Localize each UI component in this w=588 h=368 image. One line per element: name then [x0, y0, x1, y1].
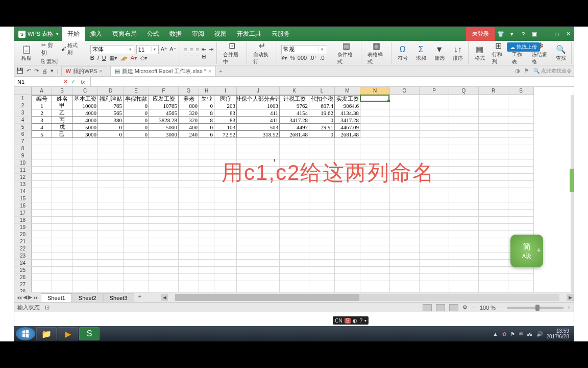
cell[interactable]	[199, 152, 214, 159]
minimize-icon[interactable]: —	[540, 27, 551, 41]
cell[interactable]: 697.4	[309, 102, 335, 109]
cell[interactable]	[149, 210, 179, 217]
cell[interactable]	[508, 267, 534, 274]
cell[interactable]: 9762	[280, 102, 309, 109]
cell[interactable]	[52, 217, 72, 224]
cell[interactable]	[32, 274, 52, 281]
col-header-K[interactable]: K	[280, 87, 309, 95]
cell[interactable]	[420, 131, 449, 138]
row-header-13[interactable]: 13	[14, 181, 32, 188]
cell[interactable]	[98, 274, 124, 281]
cell[interactable]: 丙	[52, 117, 72, 124]
qat-save-icon[interactable]: 💾	[16, 67, 23, 74]
cell[interactable]	[508, 202, 534, 210]
cell[interactable]	[390, 224, 420, 231]
cell[interactable]	[52, 274, 72, 281]
cell[interactable]	[32, 267, 52, 274]
close-tab-icon[interactable]: ×	[208, 68, 211, 74]
name-box[interactable]: N1	[14, 77, 60, 86]
cell[interactable]: 5	[32, 131, 52, 138]
hscroll-right-icon[interactable]: ▶	[567, 294, 574, 301]
cell[interactable]: 411	[237, 117, 280, 124]
merge-split-icon[interactable]: ⊞	[202, 53, 206, 60]
taskbar-explorer[interactable]: 📁	[36, 327, 57, 340]
cell[interactable]	[72, 245, 98, 252]
cell[interactable]	[360, 252, 390, 260]
view-break-icon[interactable]	[449, 304, 458, 311]
cell[interactable]	[360, 288, 390, 292]
cell[interactable]: 19.62	[309, 109, 335, 117]
row-header-20[interactable]: 20	[14, 231, 32, 238]
cell[interactable]	[179, 288, 199, 292]
cell[interactable]	[32, 202, 52, 210]
cell[interactable]	[420, 210, 449, 217]
row-header-23[interactable]: 23	[14, 252, 32, 260]
row-header-18[interactable]: 18	[14, 217, 32, 224]
cell[interactable]	[280, 195, 309, 202]
cell[interactable]	[179, 145, 199, 152]
cell[interactable]	[508, 167, 534, 174]
cell[interactable]	[420, 109, 449, 117]
cell[interactable]: 2	[32, 109, 52, 117]
cell[interactable]	[508, 95, 534, 102]
cell[interactable]	[32, 288, 52, 292]
cell[interactable]	[52, 174, 72, 181]
cell[interactable]	[199, 167, 214, 174]
tray-up-icon[interactable]: ▲	[493, 331, 498, 337]
cell[interactable]	[237, 138, 280, 145]
cell[interactable]	[335, 274, 360, 281]
cell[interactable]	[124, 252, 149, 260]
cell[interactable]	[390, 95, 420, 102]
cell[interactable]	[72, 202, 98, 210]
cell[interactable]	[280, 210, 309, 217]
cell[interactable]	[237, 245, 280, 252]
cell[interactable]	[149, 267, 179, 274]
upload-pill[interactable]: ☁拖拽上传	[507, 42, 540, 52]
cell[interactable]	[179, 224, 199, 231]
cell[interactable]	[32, 245, 52, 252]
cell[interactable]	[32, 181, 52, 188]
cell[interactable]	[335, 245, 360, 252]
cell[interactable]: 318.52	[237, 131, 280, 138]
cell[interactable]: 5000	[72, 124, 98, 131]
cell[interactable]	[237, 274, 280, 281]
cell[interactable]	[52, 195, 72, 202]
font-name-input[interactable]: ▾	[90, 45, 134, 54]
row-header-15[interactable]: 15	[14, 195, 32, 202]
cell[interactable]	[335, 288, 360, 292]
cell[interactable]: 事假扣款	[124, 95, 149, 102]
cell[interactable]	[179, 231, 199, 238]
cell[interactable]	[149, 188, 179, 195]
col-header-H[interactable]: H	[199, 87, 214, 95]
cell[interactable]	[335, 267, 360, 274]
cell[interactable]	[479, 231, 508, 238]
cell[interactable]	[479, 217, 508, 224]
cell[interactable]	[149, 252, 179, 260]
cell[interactable]: 83	[214, 117, 237, 124]
tray-msg-icon[interactable]: ✉	[519, 331, 523, 337]
sum-button[interactable]: Σ求和	[414, 43, 428, 63]
cell[interactable]	[335, 238, 360, 245]
cell[interactable]	[149, 231, 179, 238]
taskbar-clock[interactable]: 13:59 2017/6/28	[547, 328, 570, 339]
cell[interactable]	[309, 274, 335, 281]
cell[interactable]	[390, 274, 420, 281]
paste-button[interactable]: 📋粘贴	[19, 43, 34, 63]
cell[interactable]	[149, 159, 179, 167]
cell[interactable]	[149, 245, 179, 252]
row-header-3[interactable]: 3	[14, 109, 32, 117]
cell[interactable]	[390, 117, 420, 124]
cell[interactable]	[124, 238, 149, 245]
col-header-C[interactable]: C	[72, 87, 98, 95]
menutab-审阅[interactable]: 审阅	[187, 27, 209, 41]
row-header-24[interactable]: 24	[14, 260, 32, 267]
cell[interactable]	[149, 238, 179, 245]
cell[interactable]	[309, 217, 335, 224]
cell[interactable]	[179, 167, 199, 174]
cell[interactable]	[199, 145, 214, 152]
cell[interactable]	[199, 245, 214, 252]
cell[interactable]	[72, 174, 98, 181]
maximize-icon[interactable]: □	[551, 27, 562, 41]
row-header-14[interactable]: 14	[14, 188, 32, 195]
cell[interactable]: 0	[309, 131, 335, 138]
